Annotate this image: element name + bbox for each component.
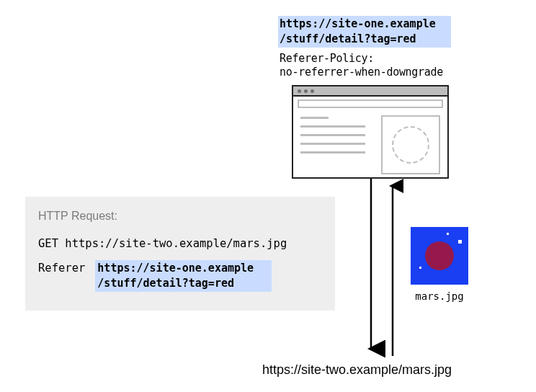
window-control-icon	[311, 89, 314, 93]
mars-image-block: mars.jpg	[411, 227, 468, 302]
referer-header-url: https://site-one.example /stuff/detail?t…	[95, 260, 272, 292]
browser-text-lines	[300, 115, 371, 174]
window-control-icon	[298, 89, 301, 93]
browser-body	[293, 111, 447, 180]
http-request-referer-line: Referer https://site-one.example /stuff/…	[38, 260, 323, 292]
star-icon	[458, 240, 462, 244]
http-request-box: HTTP Request: GET https://site-two.examp…	[25, 197, 335, 311]
browser-urlbar	[298, 99, 443, 108]
resource-url: https://site-two.example/mars.jpg	[262, 362, 452, 378]
window-control-icon	[304, 89, 308, 93]
image-loading-icon	[392, 126, 429, 164]
page-url-highlight: https://site-one.example /stuff/detail?t…	[278, 16, 451, 48]
browser-image-placeholder	[381, 115, 440, 174]
page-url-text: https://site-one.example /stuff/detail?t…	[278, 16, 451, 48]
referer-header-label: Referer	[38, 260, 85, 275]
mars-image-caption: mars.jpg	[411, 290, 468, 302]
http-request-get-line: GET https://site-two.example/mars.jpg	[38, 237, 323, 250]
browser-topbar	[293, 86, 447, 97]
mars-image	[411, 227, 468, 285]
referer-policy-value: no-referrer-when-downgrade	[280, 66, 443, 79]
referer-policy-label: Referer-Policy:	[280, 52, 443, 66]
star-icon	[419, 267, 421, 269]
referer-policy: Referer-Policy: no-referrer-when-downgra…	[280, 52, 443, 79]
http-request-title: HTTP Request:	[38, 210, 323, 223]
browser-mock	[292, 85, 449, 179]
request-response-arrows-icon	[360, 179, 403, 357]
planet-icon	[425, 241, 454, 270]
star-icon	[447, 233, 449, 235]
